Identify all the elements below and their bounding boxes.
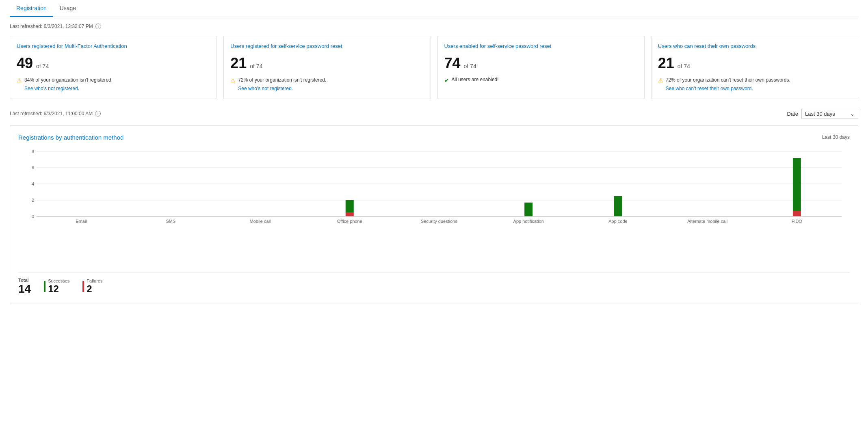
- card-big-count: 49: [17, 55, 33, 72]
- failure-legend: Failures 2: [82, 278, 102, 295]
- x-label-7: Alternate mobile call: [687, 219, 727, 224]
- chart-period: Last 30 days: [822, 134, 850, 140]
- x-label-8: FIDO: [792, 219, 803, 224]
- card-link[interactable]: See who can't reset their own password.: [666, 85, 790, 92]
- chart-header: Registrations by authentication method L…: [18, 134, 850, 141]
- enabled-card: Users enabled for self-service password …: [437, 36, 645, 99]
- card-count: 49 of 74: [17, 55, 210, 72]
- date-filter: Date Last 30 days ⌄: [787, 109, 858, 119]
- card-title: Users registered for self-service passwo…: [230, 43, 424, 50]
- x-label-5: App notification: [513, 219, 544, 224]
- bar-success-8: [793, 158, 801, 211]
- bar-success-5: [524, 203, 532, 216]
- top-refresh-line: Last refreshed: 6/3/2021, 12:32:07 PM i: [10, 24, 858, 29]
- total-value: 14: [18, 283, 31, 296]
- chart-title: Registrations by authentication method: [18, 134, 123, 141]
- card-title: Users registered for Multi-Factor Authen…: [17, 43, 210, 50]
- chart-section: Registrations by authentication method L…: [10, 125, 858, 304]
- svg-text:2: 2: [32, 198, 34, 203]
- card-of-total: of 74: [36, 63, 49, 69]
- success-legend-bar: [44, 281, 45, 292]
- bar-failure-3: [346, 212, 354, 216]
- failure-legend-text: Failures 2: [87, 278, 102, 295]
- card-warning: ⚠ 34% of your organization isn't registe…: [17, 77, 210, 92]
- top-refresh-text: Last refreshed: 6/3/2021, 12:32:07 PM: [10, 24, 93, 29]
- success-value: 12: [48, 283, 69, 295]
- success-legend: Successes 12: [44, 278, 69, 295]
- bar-success-3: [346, 200, 354, 212]
- chart-area: 02468EmailSMSMobile callOffice phoneSecu…: [18, 147, 850, 253]
- card-link[interactable]: See who's not registered.: [238, 85, 326, 92]
- total-section: Total 14: [18, 278, 31, 296]
- card-warning: ⚠ 72% of your organization isn't registe…: [230, 77, 424, 92]
- card-count: 74 of 74: [444, 55, 638, 72]
- card-count: 21 of 74: [658, 55, 851, 72]
- success-legend-text: Successes 12: [48, 278, 69, 295]
- tab-registration[interactable]: Registration: [10, 0, 53, 17]
- svg-text:8: 8: [32, 149, 34, 154]
- second-refresh-text: Last refreshed: 6/3/2021, 11:00:00 AM: [10, 111, 93, 116]
- card-big-count: 21: [230, 55, 247, 72]
- card-count: 21 of 74: [230, 55, 424, 72]
- success-label: Successes: [48, 278, 69, 283]
- card-big-count: 74: [444, 55, 461, 72]
- date-dropdown-value: Last 30 days: [805, 111, 835, 117]
- card-warning-text: 72% of your organization can't reset the…: [666, 77, 790, 83]
- card-success: ✔ All users are enabled!: [444, 77, 638, 84]
- x-label-4: Security questions: [421, 219, 457, 224]
- tab-usage[interactable]: Usage: [53, 0, 82, 17]
- card-link[interactable]: See who's not registered.: [24, 85, 113, 92]
- failure-value: 2: [87, 283, 102, 295]
- x-label-2: Mobile call: [250, 219, 271, 224]
- card-of-total: of 74: [678, 63, 690, 69]
- card-of-total: of 74: [250, 63, 262, 69]
- chart-svg: 02468EmailSMSMobile callOffice phoneSecu…: [18, 147, 850, 237]
- summary-cards: Users registered for Multi-Factor Authen…: [10, 36, 858, 99]
- second-bar: Last refreshed: 6/3/2021, 11:00:00 AM i …: [10, 109, 858, 119]
- svg-text:0: 0: [32, 214, 34, 219]
- failure-legend-bar: [82, 281, 84, 292]
- total-label: Total: [18, 278, 31, 283]
- bar-success-6: [614, 196, 622, 216]
- mfa-card: Users registered for Multi-Factor Authen…: [10, 36, 217, 99]
- chevron-down-icon: ⌄: [850, 111, 855, 117]
- reset-card: Users who can reset their own passwords …: [651, 36, 858, 99]
- card-of-total: of 74: [464, 63, 476, 69]
- card-big-count: 21: [658, 55, 674, 72]
- card-warning-text: 34% of your organization isn't registere…: [24, 77, 113, 83]
- warn-icon: ⚠: [17, 77, 22, 84]
- card-success-text: All users are enabled!: [452, 77, 499, 82]
- svg-text:6: 6: [32, 165, 34, 170]
- chart-footer: Total 14 Successes 12 Failures 2: [18, 272, 850, 296]
- date-filter-label: Date: [787, 111, 798, 117]
- success-icon: ✔: [444, 77, 449, 84]
- date-dropdown[interactable]: Last 30 days ⌄: [801, 109, 858, 119]
- tab-bar: Registration Usage: [10, 0, 858, 17]
- card-title: Users who can reset their own passwords: [658, 43, 851, 50]
- sspr-card: Users registered for self-service passwo…: [223, 36, 431, 99]
- card-warning-text: 72% of your organization isn't registere…: [238, 77, 326, 83]
- failure-label: Failures: [87, 278, 102, 283]
- top-info-icon[interactable]: i: [95, 24, 101, 29]
- second-refresh-line: Last refreshed: 6/3/2021, 11:00:00 AM i: [10, 111, 101, 116]
- x-label-3: Office phone: [337, 219, 362, 224]
- card-title: Users enabled for self-service password …: [444, 43, 638, 50]
- warn-icon: ⚠: [658, 77, 663, 84]
- bar-failure-8: [793, 211, 801, 216]
- svg-text:4: 4: [32, 181, 34, 186]
- x-label-6: App code: [608, 219, 627, 224]
- warn-icon: ⚠: [230, 77, 236, 84]
- card-warning: ⚠ 72% of your organization can't reset t…: [658, 77, 851, 92]
- second-info-icon[interactable]: i: [95, 111, 101, 116]
- x-label-1: SMS: [166, 219, 175, 224]
- x-label-0: Email: [76, 219, 87, 224]
